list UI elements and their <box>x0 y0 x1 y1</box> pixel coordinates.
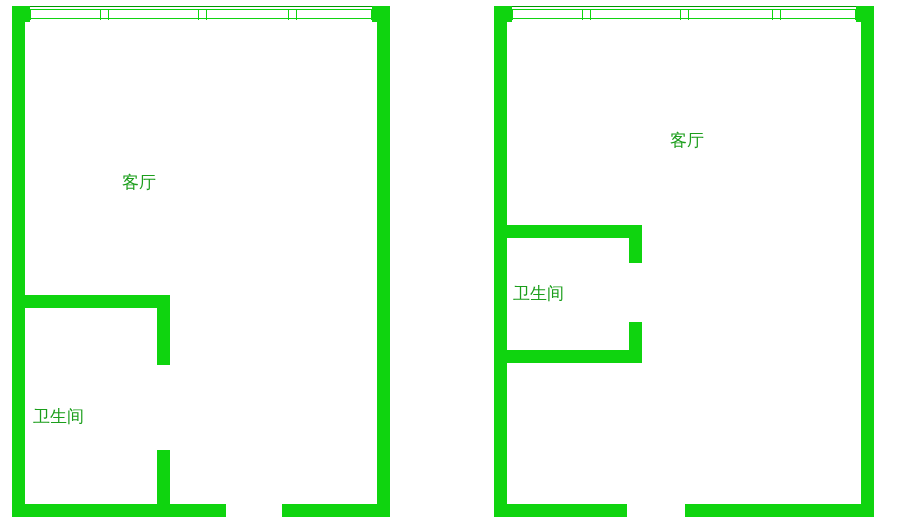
floorplan-left: 客厅 卫生间 <box>0 0 430 531</box>
wall-top-leftcap <box>12 6 30 22</box>
wall-bathroom-top <box>12 295 170 308</box>
wall-bathroom-right-upper <box>157 295 170 365</box>
wall-bottom-right <box>282 504 390 517</box>
wall-bathroom-bottom-stub <box>629 322 642 363</box>
wall-bathroom-right-lower <box>157 450 170 514</box>
bathroom-label: 卫生间 <box>513 283 564 305</box>
wall-left <box>494 6 507 517</box>
window-top <box>512 9 856 19</box>
living-room-text: 客厅 <box>670 131 704 150</box>
living-room-label: 客厅 <box>122 172 156 194</box>
wall-top-rightcap <box>856 6 874 22</box>
wall-bathroom-top <box>494 225 642 238</box>
wall-right <box>377 6 390 517</box>
wall-bottom-left <box>12 504 226 517</box>
wall-bathroom-bottom <box>494 350 642 363</box>
wall-top-leftcap <box>494 6 512 22</box>
wall-right <box>861 6 874 517</box>
wall-bottom-right <box>685 504 874 517</box>
bathroom-text: 卫生间 <box>513 284 564 303</box>
living-room-label: 客厅 <box>670 130 704 152</box>
wall-top-rightcap <box>372 6 390 22</box>
window-top <box>30 9 372 19</box>
wall-bathroom-top-stub <box>629 225 642 263</box>
wall-bottom-left <box>494 504 627 517</box>
floorplan-right: 客厅 卫生间 <box>470 0 897 531</box>
bathroom-label: 卫生间 <box>33 406 84 428</box>
wall-left <box>12 6 25 517</box>
bathroom-text: 卫生间 <box>33 407 84 426</box>
living-room-text: 客厅 <box>122 173 156 192</box>
